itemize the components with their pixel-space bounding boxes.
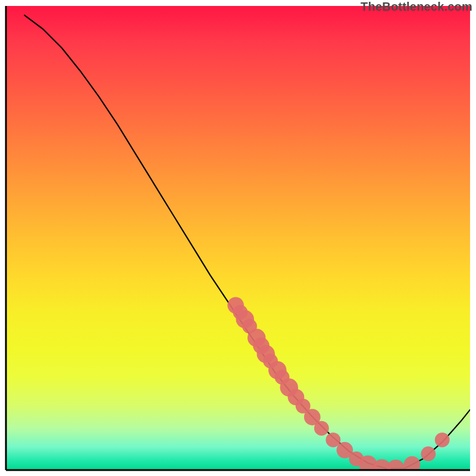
points-layer — [227, 297, 449, 470]
chart-container: TheBottleneck.com — [0, 0, 476, 476]
curve-layer — [24, 15, 470, 469]
data-point — [314, 421, 329, 436]
bottleneck-curve — [24, 15, 470, 469]
data-point — [387, 459, 405, 470]
chart-svg — [6, 6, 470, 470]
data-point — [421, 446, 436, 461]
plot-area — [6, 6, 470, 470]
watermark: TheBottleneck.com — [361, 0, 472, 14]
data-point — [404, 456, 421, 470]
data-point — [435, 433, 450, 447]
